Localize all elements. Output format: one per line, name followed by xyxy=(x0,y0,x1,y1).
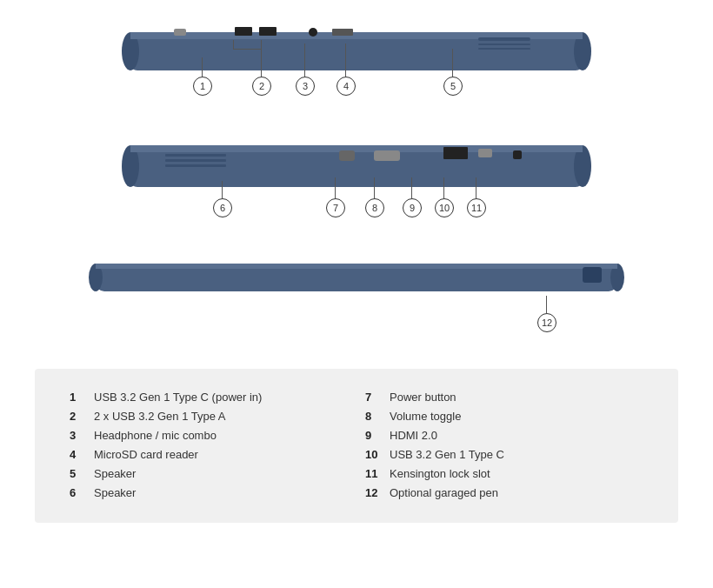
svg-rect-22 xyxy=(478,149,492,157)
callout-2: 2 xyxy=(252,77,271,96)
legend-text-1: USB 3.2 Gen 1 Type C (power in) xyxy=(94,388,262,407)
line-9 xyxy=(411,177,412,198)
callout-10: 10 xyxy=(435,198,454,217)
line-3 xyxy=(304,43,305,77)
laptop-middle-view xyxy=(113,129,600,207)
svg-rect-23 xyxy=(513,150,522,159)
bracket-2 xyxy=(233,49,261,50)
legend-num-7: 7 xyxy=(365,388,390,407)
legend-num-9: 9 xyxy=(365,426,390,445)
svg-rect-21 xyxy=(443,147,468,159)
callout-4: 4 xyxy=(337,77,356,96)
svg-rect-28 xyxy=(583,267,602,283)
line-5 xyxy=(452,49,453,77)
legend-num-8: 8 xyxy=(365,407,390,426)
main-container: 1 2 3 4 5 xyxy=(0,0,713,588)
legend-text-4: MicroSD card reader xyxy=(94,445,198,464)
legend-text-10: USB 3.2 Gen 1 Type C xyxy=(390,445,504,464)
line-12 xyxy=(546,296,547,313)
legend-item-2: 2 2 x USB 3.2 Gen 1 Type A xyxy=(70,407,348,426)
callout-12: 12 xyxy=(537,313,556,332)
callout-1: 1 xyxy=(193,77,212,96)
legend-item-9: 9 HDMI 2.0 xyxy=(365,426,643,445)
line-1 xyxy=(202,57,203,77)
svg-point-7 xyxy=(309,28,317,37)
legend-num-3: 3 xyxy=(70,426,94,445)
legend-item-8: 8 Volume toggle xyxy=(365,407,643,426)
legend-left-column: 1 USB 3.2 Gen 1 Type C (power in) 2 2 x … xyxy=(70,388,348,504)
legend-num-11: 11 xyxy=(365,464,390,484)
legend-text-11: Kensington lock slot xyxy=(390,464,490,484)
bracket-2l xyxy=(233,40,234,49)
svg-rect-17 xyxy=(165,159,226,162)
legend-text-5: Speaker xyxy=(94,464,136,484)
laptop-top-view xyxy=(113,9,600,96)
legend-text-7: Power button xyxy=(390,388,456,407)
legend-num-1: 1 xyxy=(70,388,94,407)
callout-11: 11 xyxy=(467,198,486,217)
svg-rect-20 xyxy=(374,150,400,161)
legend-num-4: 4 xyxy=(70,445,94,464)
line-6 xyxy=(222,181,223,198)
legend-text-12: Optional garaged pen xyxy=(390,484,498,503)
legend-item-4: 4 MicroSD card reader xyxy=(70,445,348,464)
svg-rect-11 xyxy=(478,48,530,50)
line-7 xyxy=(335,177,336,198)
bracket-2r xyxy=(261,40,262,49)
callout-5: 5 xyxy=(443,77,463,96)
callout-6: 6 xyxy=(213,198,232,217)
legend-item-10: 10 USB 3.2 Gen 1 Type C xyxy=(365,445,643,464)
legend-right-column: 7 Power button 8 Volume toggle 9 HDMI 2.… xyxy=(365,388,643,504)
legend-item-5: 5 Speaker xyxy=(70,464,348,484)
legend-num-12: 12 xyxy=(365,484,390,503)
svg-rect-5 xyxy=(235,27,252,36)
svg-rect-4 xyxy=(174,29,186,36)
line-2 xyxy=(261,49,262,77)
svg-rect-8 xyxy=(332,29,353,36)
legend-text-2: 2 x USB 3.2 Gen 1 Type A xyxy=(94,407,226,426)
callout-8: 8 xyxy=(365,198,384,217)
legend-num-5: 5 xyxy=(70,464,94,484)
laptop-bottom-view xyxy=(87,251,626,307)
line-10 xyxy=(443,177,444,198)
legend-text-8: Volume toggle xyxy=(390,407,461,426)
legend-item-6: 6 Speaker xyxy=(70,484,348,503)
legend-text-6: Speaker xyxy=(94,484,136,503)
svg-rect-27 xyxy=(96,264,617,269)
svg-rect-18 xyxy=(165,164,226,167)
legend-item-1: 1 USB 3.2 Gen 1 Type C (power in) xyxy=(70,388,348,407)
legend-text-3: Headphone / mic combo xyxy=(94,426,217,445)
legend-num-10: 10 xyxy=(365,445,390,464)
callout-3: 3 xyxy=(296,77,315,96)
diagram-area: 1 2 3 4 5 xyxy=(0,0,713,365)
legend-num-2: 2 xyxy=(70,407,94,426)
legend-item-12: 12 Optional garaged pen xyxy=(365,484,643,503)
callout-7: 7 xyxy=(326,198,345,217)
line-4 xyxy=(345,43,346,77)
svg-rect-9 xyxy=(478,37,530,41)
line-8 xyxy=(374,177,375,198)
legend-item-11: 11 Kensington lock slot xyxy=(365,464,643,484)
svg-rect-10 xyxy=(478,43,530,45)
callout-9: 9 xyxy=(403,198,422,217)
svg-rect-6 xyxy=(259,27,277,36)
legend-num-6: 6 xyxy=(70,484,94,503)
line-11 xyxy=(476,177,476,198)
legend-item-3: 3 Headphone / mic combo xyxy=(70,426,348,445)
svg-rect-16 xyxy=(165,154,226,157)
legend-item-7: 7 Power button xyxy=(365,388,643,407)
svg-rect-19 xyxy=(339,150,355,161)
legend-text-9: HDMI 2.0 xyxy=(390,426,437,445)
legend-area: 1 USB 3.2 Gen 1 Type C (power in) 2 2 x … xyxy=(35,369,678,523)
